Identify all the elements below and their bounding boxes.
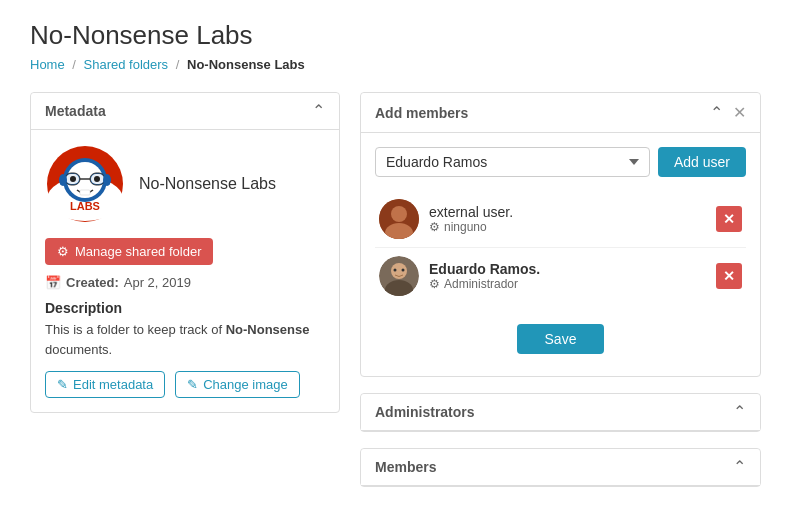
action-buttons: ✎ Edit metadata ✎ Change image	[45, 371, 325, 398]
breadcrumb-home[interactable]: Home	[30, 57, 65, 72]
administrators-collapse-icon[interactable]: ⌃	[733, 404, 746, 420]
breadcrumb-shared-folders[interactable]: Shared folders	[84, 57, 169, 72]
image-icon: ✎	[187, 377, 198, 392]
members-title: Members	[375, 459, 436, 475]
change-image-button[interactable]: ✎ Change image	[175, 371, 300, 398]
avatar	[379, 256, 419, 296]
gear-icon: ⚙	[429, 220, 440, 234]
svg-point-22	[402, 269, 405, 272]
edit-icon: ✎	[57, 377, 68, 392]
svg-point-10	[70, 176, 76, 182]
remove-member-button[interactable]: ✕	[716, 206, 742, 232]
member-name: external user.	[429, 204, 706, 220]
gear-icon: ⚙	[57, 244, 69, 259]
created-label: Created:	[66, 275, 119, 290]
members-card: Members ⌃	[360, 448, 761, 487]
description-title: Description	[45, 300, 325, 316]
folder-logo: LABS	[45, 144, 125, 224]
members-collapse-icon[interactable]: ⌃	[733, 459, 746, 475]
member-name: Eduardo Ramos.	[429, 261, 706, 277]
administrators-card: Administrators ⌃	[360, 393, 761, 432]
right-panel: Add members ⌃ ✕ Eduardo Ramos Add user	[360, 92, 761, 503]
save-row: Save	[375, 320, 746, 362]
created-date: Apr 2, 2019	[124, 275, 191, 290]
folder-identity: LABS	[45, 144, 325, 224]
save-button[interactable]: Save	[517, 324, 605, 354]
members-header: Members ⌃	[361, 449, 760, 486]
manage-shared-folder-button[interactable]: ⚙ Manage shared folder	[45, 238, 213, 265]
member-select[interactable]: Eduardo Ramos	[375, 147, 650, 177]
add-members-collapse-icon[interactable]: ⌃	[710, 105, 723, 121]
created-line: 📅 Created: Apr 2, 2019	[45, 275, 325, 290]
add-user-button[interactable]: Add user	[658, 147, 746, 177]
add-members-body: Eduardo Ramos Add user	[361, 133, 760, 376]
add-members-row: Eduardo Ramos Add user	[375, 147, 746, 177]
description-bold: No-Nonsense	[226, 322, 310, 337]
description-text: This is a folder to keep track of No-Non…	[45, 320, 325, 359]
avatar	[379, 199, 419, 239]
breadcrumb-sep-1: /	[72, 57, 76, 72]
svg-point-14	[103, 174, 111, 186]
breadcrumb-current: No-Nonsense Labs	[187, 57, 305, 72]
metadata-title: Metadata	[45, 103, 106, 119]
add-members-card: Add members ⌃ ✕ Eduardo Ramos Add user	[360, 92, 761, 377]
metadata-collapse-icon[interactable]: ⌃	[312, 103, 325, 119]
metadata-card-body: LABS	[31, 130, 339, 412]
breadcrumb: Home / Shared folders / No-Nonsense Labs	[30, 57, 761, 72]
left-panel: Metadata ⌃ LABS	[30, 92, 340, 429]
administrators-header: Administrators ⌃	[361, 394, 760, 431]
member-info: external user. ⚙ ninguno	[429, 204, 706, 234]
svg-point-16	[391, 206, 407, 222]
main-layout: Metadata ⌃ LABS	[30, 92, 761, 503]
svg-point-21	[394, 269, 397, 272]
remove-member-button[interactable]: ✕	[716, 263, 742, 289]
metadata-card-header: Metadata ⌃	[31, 93, 339, 130]
add-members-title: Add members	[375, 105, 468, 121]
page-title: No-Nonsense Labs	[30, 20, 761, 51]
member-info: Eduardo Ramos. ⚙ Administrador	[429, 261, 706, 291]
metadata-card: Metadata ⌃ LABS	[30, 92, 340, 413]
folder-name-label: No-Nonsense Labs	[139, 175, 276, 193]
breadcrumb-sep-2: /	[176, 57, 180, 72]
add-members-header-right: ⌃ ✕	[710, 103, 746, 122]
svg-point-11	[94, 176, 100, 182]
calendar-icon: 📅	[45, 275, 61, 290]
member-role: ⚙ ninguno	[429, 220, 706, 234]
svg-rect-12	[80, 190, 90, 195]
member-item: external user. ⚙ ninguno ✕	[375, 191, 746, 248]
gear-icon: ⚙	[429, 277, 440, 291]
administrators-title: Administrators	[375, 404, 475, 420]
member-role: ⚙ Administrador	[429, 277, 706, 291]
svg-point-13	[59, 174, 67, 186]
member-item: Eduardo Ramos. ⚙ Administrador ✕	[375, 248, 746, 304]
add-members-header: Add members ⌃ ✕	[361, 93, 760, 133]
member-list: external user. ⚙ ninguno ✕	[375, 191, 746, 304]
edit-metadata-button[interactable]: ✎ Edit metadata	[45, 371, 165, 398]
add-members-close-icon[interactable]: ✕	[733, 103, 746, 122]
